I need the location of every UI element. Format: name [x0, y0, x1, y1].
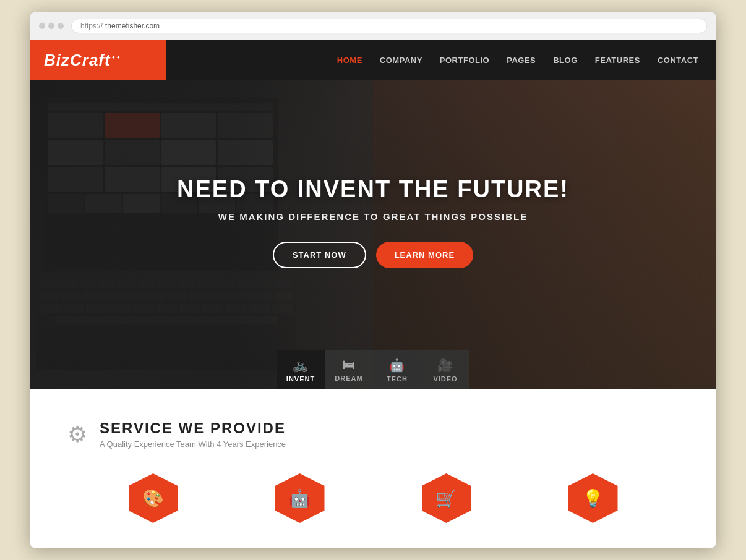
tech-icon: 🤖: [378, 358, 416, 373]
service-cart[interactable]: 🛒: [422, 473, 471, 523]
services-header: ⚙ SERVICE WE PROVIDE A Quality Experienc…: [67, 420, 679, 449]
nav-pages[interactable]: PAGES: [507, 56, 536, 65]
hero-content: NEED TO INVENT THE FUTURE! WE MAKING DIF…: [177, 176, 569, 268]
service-idea[interactable]: 💡: [568, 473, 618, 523]
website: BizCraft✦✦ HOME COMPANY PORTFOLIO PAGES …: [30, 40, 716, 548]
logo-area[interactable]: BizCraft✦✦: [30, 40, 166, 80]
dot-maximize: [58, 23, 64, 29]
tab-invent[interactable]: 🚲 INVENT: [277, 350, 325, 389]
hero-section: NEED TO INVENT THE FUTURE! WE MAKING DIF…: [30, 80, 716, 389]
service-design-hex: 🎨: [129, 473, 178, 523]
nav-features[interactable]: FEATURES: [595, 56, 640, 65]
services-title-block: SERVICE WE PROVIDE A Quality Experience …: [100, 420, 286, 449]
service-design[interactable]: 🎨: [129, 473, 178, 523]
hero-buttons: START NOW LEARN MORE: [177, 242, 569, 268]
services-icons-row: 🎨 🤖 🛒 💡: [67, 473, 679, 523]
dream-icon: 🛏: [330, 358, 368, 372]
video-icon: 🎥: [426, 358, 465, 373]
android-icon: 🤖: [289, 488, 311, 509]
learn-more-button[interactable]: LEARN MORE: [376, 242, 473, 268]
idea-icon: 💡: [582, 488, 604, 509]
tab-tech-label: TECH: [387, 375, 408, 383]
nav-company[interactable]: COMPANY: [380, 56, 422, 65]
service-cart-hex: 🛒: [422, 473, 471, 523]
site-header: BizCraft✦✦ HOME COMPANY PORTFOLIO PAGES …: [30, 40, 716, 80]
nav-blog[interactable]: BLOG: [553, 56, 578, 65]
hero-title: NEED TO INVENT THE FUTURE!: [177, 176, 569, 203]
logo: BizCraft✦✦: [44, 51, 121, 70]
cart-icon: 🛒: [435, 488, 457, 509]
hero-subtitle: WE MAKING DIFFERENCE TO GREAT THINGS POS…: [177, 211, 569, 222]
browser-window: https:// themefisher.com BizCraft✦✦ HOME…: [30, 12, 716, 548]
url-protocol: https://: [80, 22, 103, 30]
url-bar[interactable]: https:// themefisher.com: [71, 19, 707, 33]
services-subtitle: A Quality Experience Team With 4 Years E…: [100, 439, 286, 449]
service-android[interactable]: 🤖: [275, 473, 325, 523]
tab-video-label: VIDEO: [433, 375, 457, 383]
services-section: ⚙ SERVICE WE PROVIDE A Quality Experienc…: [30, 389, 716, 548]
site-nav: HOME COMPANY PORTFOLIO PAGES BLOG FEATUR…: [166, 40, 716, 80]
browser-chrome: https:// themefisher.com: [30, 12, 716, 40]
tab-invent-label: INVENT: [286, 375, 315, 383]
dot-close: [39, 23, 45, 29]
design-icon: 🎨: [142, 488, 164, 509]
start-now-button[interactable]: START NOW: [273, 242, 366, 268]
nav-contact[interactable]: CONTACT: [658, 56, 698, 65]
tab-dream[interactable]: 🛏 DREAM: [325, 350, 373, 389]
browser-traffic-lights: [39, 23, 64, 29]
hero-tabs: 🚲 INVENT 🛏 DREAM 🤖 TECH 🎥 VIDEO: [277, 350, 469, 389]
tab-dream-label: DREAM: [335, 375, 362, 382]
dot-minimize: [48, 23, 54, 29]
gear-icon: ⚙: [67, 422, 87, 448]
nav-portfolio[interactable]: PORTFOLIO: [440, 56, 489, 65]
tab-video[interactable]: 🎥 VIDEO: [421, 350, 469, 389]
invent-icon: 🚲: [281, 358, 320, 373]
service-android-hex: 🤖: [275, 473, 325, 523]
url-domain: themefisher.com: [105, 22, 160, 30]
tab-tech[interactable]: 🤖 TECH: [373, 350, 421, 389]
nav-home[interactable]: HOME: [337, 56, 362, 65]
service-idea-hex: 💡: [568, 473, 618, 523]
services-title: SERVICE WE PROVIDE: [100, 420, 286, 437]
